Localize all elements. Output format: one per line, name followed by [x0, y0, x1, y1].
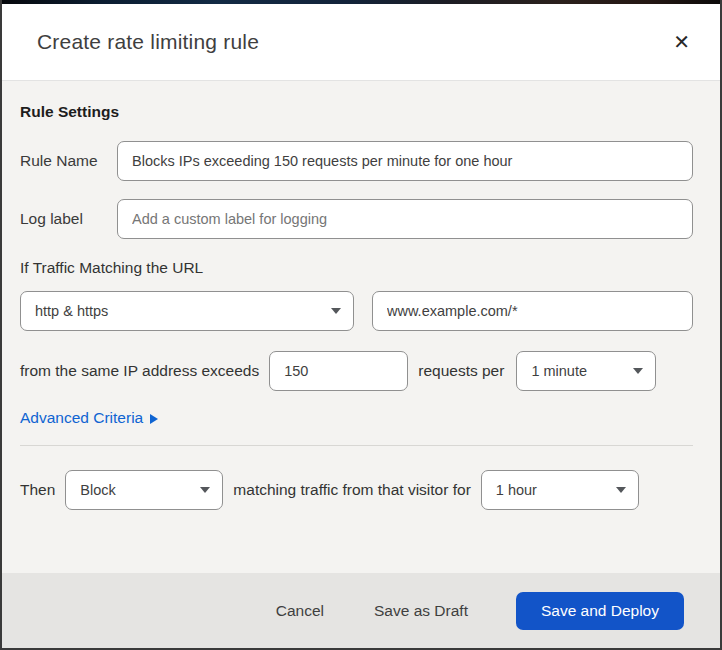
rule-name-row: Rule Name — [20, 141, 693, 181]
requests-count-input[interactable] — [269, 351, 408, 391]
log-label-row: Log label — [20, 199, 693, 239]
log-label-label: Log label — [20, 210, 117, 228]
action-select-value: Block — [80, 482, 115, 498]
advanced-criteria-link[interactable]: Advanced Criteria — [20, 409, 158, 427]
period-select[interactable]: 1 minute — [516, 351, 656, 391]
chevron-down-icon — [331, 308, 341, 314]
url-pattern-input[interactable] — [372, 291, 693, 331]
save-and-deploy-button[interactable]: Save and Deploy — [516, 592, 684, 630]
section-divider — [20, 445, 693, 446]
scheme-select-value: http & https — [35, 303, 108, 319]
rule-settings-heading: Rule Settings — [20, 103, 693, 121]
dialog-title: Create rate limiting rule — [37, 30, 667, 54]
duration-select[interactable]: 1 hour — [481, 470, 639, 510]
threshold-middle-text: requests per — [418, 362, 504, 380]
action-middle-text: matching traffic from that visitor for — [233, 481, 470, 499]
scheme-select[interactable]: http & https — [20, 291, 354, 331]
action-row: Then Block matching traffic from that vi… — [20, 470, 693, 510]
close-icon[interactable]: ✕ — [667, 28, 696, 56]
create-rate-limiting-rule-dialog: Create rate limiting rule ✕ Rule Setting… — [0, 0, 722, 650]
chevron-down-icon — [616, 487, 626, 493]
dialog-header: Create rate limiting rule ✕ — [2, 4, 720, 81]
chevron-down-icon — [200, 487, 210, 493]
log-label-input[interactable] — [117, 199, 693, 239]
dialog-body: Rule Settings Rule Name Log label If Tra… — [2, 81, 720, 573]
save-as-draft-button[interactable]: Save as Draft — [372, 596, 470, 626]
chevron-down-icon — [633, 368, 643, 374]
rule-name-input[interactable] — [117, 141, 693, 181]
threshold-row: from the same IP address exceeds request… — [20, 351, 693, 391]
action-select[interactable]: Block — [65, 470, 223, 510]
cancel-button[interactable]: Cancel — [274, 596, 326, 626]
dialog-footer: Cancel Save as Draft Save and Deploy — [2, 573, 720, 648]
duration-select-value: 1 hour — [496, 482, 537, 498]
rule-name-label: Rule Name — [20, 152, 117, 170]
advanced-criteria-label: Advanced Criteria — [20, 409, 143, 427]
advanced-criteria-row: Advanced Criteria — [20, 409, 693, 427]
traffic-match-intro: If Traffic Matching the URL — [20, 259, 693, 277]
action-prefix-text: Then — [20, 481, 55, 499]
traffic-match-row: http & https — [20, 291, 693, 331]
period-select-value: 1 minute — [531, 363, 587, 379]
expand-arrow-icon — [150, 414, 158, 424]
threshold-prefix-text: from the same IP address exceeds — [20, 362, 259, 380]
